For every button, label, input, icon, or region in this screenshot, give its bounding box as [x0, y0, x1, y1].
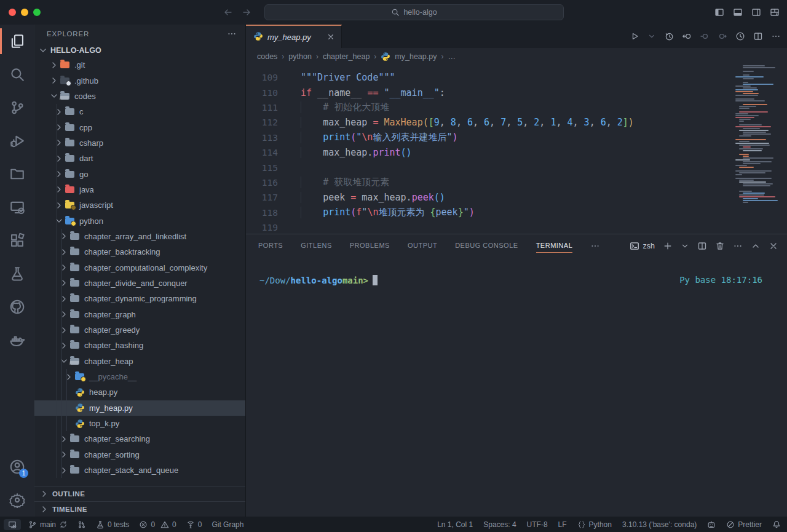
gitlens-icon[interactable]: [735, 31, 745, 41]
chevron-right-icon[interactable]: [59, 294, 69, 304]
chevron-right-icon[interactable]: [59, 341, 69, 351]
folder-chapter-searching[interactable]: chapter_searching: [34, 431, 245, 447]
chevron-down-icon[interactable]: [54, 216, 64, 226]
status-prettier[interactable]: Prettier: [726, 520, 762, 529]
activity-remote-explorer-icon[interactable]: [0, 191, 34, 224]
panel-tab-gitlens[interactable]: GITLENS: [301, 239, 332, 253]
minimize-window-button[interactable]: [21, 9, 28, 16]
command-center-search[interactable]: hello-algo: [264, 4, 564, 20]
folder-chapter-dynamic-programming[interactable]: chapter_dynamic_programming: [34, 291, 245, 306]
panel-tab-debug-console[interactable]: DEBUG CONSOLE: [455, 239, 518, 253]
panel-more-tabs-icon[interactable]: [590, 241, 600, 251]
chevron-right-icon[interactable]: [59, 309, 69, 319]
chevron-right-icon[interactable]: [54, 169, 64, 179]
status-encoding[interactable]: UTF-8: [527, 520, 548, 529]
status-python-interpreter[interactable]: 3.10.13 ('base': conda): [622, 520, 697, 529]
code-line-118[interactable]: 118 print(f"\n堆顶元素为 {peek}"): [246, 205, 787, 220]
panel-tab-problems[interactable]: PROBLEMS: [350, 239, 390, 253]
chevron-right-icon[interactable]: [54, 138, 64, 148]
chevron-right-icon[interactable]: [59, 247, 69, 257]
panel-tab-ports[interactable]: PORTS: [258, 239, 283, 253]
kill-terminal-icon[interactable]: [715, 241, 725, 251]
code-editor[interactable]: 109"""Driver Code"""110if __name__ == "_…: [246, 65, 787, 234]
folder-chapter-graph[interactable]: chapter_graph: [34, 307, 245, 322]
chevron-right-icon[interactable]: [59, 450, 69, 459]
toggle-secondary-sidebar-icon[interactable]: [751, 7, 761, 17]
folder-chapter-computational-complexity[interactable]: chapter_computational_complexity: [34, 260, 245, 275]
zoom-window-button[interactable]: [33, 9, 41, 16]
chevron-right-icon[interactable]: [54, 200, 64, 210]
breadcrumb-item[interactable]: my_heap.py: [395, 52, 437, 61]
folder-chapter-divide-and-conquer[interactable]: chapter_divide_and_conquer: [34, 276, 245, 291]
status-tests[interactable]: 0 tests: [96, 520, 129, 529]
status-indentation[interactable]: Spaces: 4: [483, 520, 516, 529]
shell-selector[interactable]: zsh: [630, 241, 655, 251]
folder-dart[interactable]: dart: [34, 151, 245, 166]
terminal[interactable]: ~/Dow/hello-algo main > Py base 18:17:16: [246, 258, 787, 517]
panel-tab-terminal[interactable]: TERMINAL: [536, 239, 573, 253]
code-line-111[interactable]: 111 # 初始化大顶堆: [246, 100, 787, 115]
activity-testing-icon[interactable]: [0, 257, 34, 290]
status-cursor-position[interactable]: Ln 1, Col 1: [437, 520, 473, 529]
status-git-branch[interactable]: main: [28, 520, 68, 529]
chevron-right-icon[interactable]: [64, 372, 74, 382]
folder-chapter-stack-and-queue[interactable]: chapter_stack_and_queue: [34, 463, 245, 478]
folder-csharp[interactable]: csharp: [34, 135, 245, 151]
folder-chapter-backtracking[interactable]: chapter_backtracking: [34, 244, 245, 260]
status-git-graph[interactable]: Git Graph: [212, 520, 243, 529]
chevron-right-icon[interactable]: [49, 76, 59, 85]
chevron-right-icon[interactable]: [54, 185, 64, 194]
folder-java[interactable]: java: [34, 182, 245, 197]
code-line-112[interactable]: 112 max_heap = MaxHeap([9, 8, 6, 6, 7, 5…: [246, 115, 787, 130]
forward-arrow-icon[interactable]: [242, 7, 251, 17]
back-arrow-icon[interactable]: [223, 7, 233, 17]
activity-accounts-icon[interactable]: 1: [0, 450, 34, 483]
code-line-113[interactable]: 113 print("\n输入列表并建堆后"): [246, 130, 787, 145]
status-problems[interactable]: 00: [139, 520, 176, 529]
folder-chapter-sorting[interactable]: chapter_sorting: [34, 447, 245, 463]
chevron-right-icon[interactable]: [54, 122, 64, 132]
folder-go[interactable]: go: [34, 166, 245, 181]
breadcrumb-item[interactable]: codes: [257, 52, 277, 61]
activity-extensions-icon[interactable]: [0, 224, 34, 257]
minimap[interactable]: [735, 65, 783, 205]
maximize-panel-icon[interactable]: [751, 241, 761, 251]
chevron-right-icon[interactable]: [59, 434, 69, 444]
open-changes-icon[interactable]: [682, 31, 692, 41]
run-icon[interactable]: [630, 31, 639, 41]
next-change-icon[interactable]: [718, 31, 727, 41]
outline-section[interactable]: OUTLINE: [34, 486, 245, 501]
previous-change-icon[interactable]: [700, 31, 710, 41]
code-line-115[interactable]: 115: [246, 160, 787, 175]
file-history-icon[interactable]: [664, 31, 674, 41]
chevron-right-icon[interactable]: [59, 466, 69, 475]
status-remote[interactable]: [4, 519, 21, 530]
panel-tab-output[interactable]: OUTPUT: [408, 239, 437, 253]
status-eol[interactable]: LF: [558, 520, 567, 529]
status-notifications[interactable]: [772, 520, 781, 529]
activity-search-icon[interactable]: [0, 58, 34, 91]
tab-my-heap-py[interactable]: my_heap.py: [246, 25, 342, 48]
chevron-down-icon[interactable]: [59, 356, 69, 366]
status-copilot[interactable]: [707, 520, 716, 529]
new-terminal-icon[interactable]: [663, 241, 673, 251]
activity-folder-explorer-icon[interactable]: [0, 157, 34, 191]
folder--git[interactable]: .git: [34, 57, 245, 73]
code-line-109[interactable]: 109"""Driver Code""": [246, 70, 787, 85]
workspace-root-folder[interactable]: HELLO-ALGO: [34, 43, 245, 57]
folder-chapter-heap[interactable]: chapter_heap: [34, 354, 245, 369]
breadcrumb-item[interactable]: …: [448, 52, 456, 61]
breadcrumb-item[interactable]: python: [288, 52, 312, 61]
chevron-right-icon[interactable]: [59, 263, 69, 272]
folder-cpp[interactable]: cpp: [34, 119, 245, 135]
close-panel-icon[interactable]: [769, 241, 778, 251]
status-language-mode[interactable]: Python: [577, 520, 612, 529]
folder-chapter-hashing[interactable]: chapter_hashing: [34, 338, 245, 353]
chevron-right-icon[interactable]: [54, 107, 64, 117]
breadcrumb-item[interactable]: chapter_heap: [323, 52, 370, 61]
activity-run-debug-icon[interactable]: [0, 124, 34, 157]
toggle-panel-icon[interactable]: [733, 7, 743, 17]
activity-settings-icon[interactable]: [0, 483, 34, 517]
status-broadcast[interactable]: 0: [186, 520, 202, 529]
code-line-110[interactable]: 110if __name__ == "__main__":: [246, 85, 787, 100]
